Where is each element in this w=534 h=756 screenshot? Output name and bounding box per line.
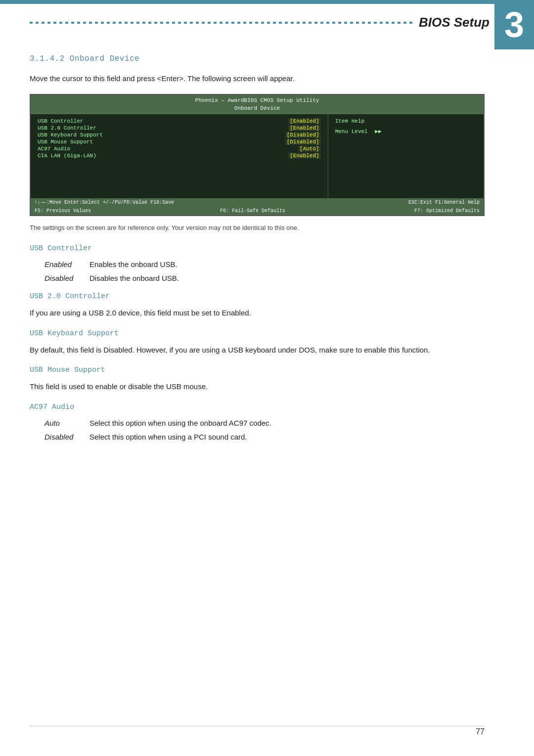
usb-mouse-para: This field is used to enable or disable … [30,380,485,393]
usb-keyboard-para: By default, this field is Disabled. Howe… [30,344,485,356]
bios-right-panel: Item Help Menu Level ▶▶ [328,114,484,198]
def-row-disabled-ac97: Disabled Select this option when using a… [44,431,485,443]
bios-f5: F5: Previous Values [35,208,91,214]
bios-left-panel: USB Controller [Enabled] USB 2.0 Control… [31,114,328,198]
usb20-para: If you are using a USB 2.0 device, this … [30,307,485,319]
bios-row-usb20: USB 2.0 Controller [Enabled] [38,125,321,131]
menu-level-label: Menu Level [335,129,368,134]
def-term-auto: Auto [44,417,82,429]
def-row-enabled: Enabled Enables the onboard USB. [44,259,485,270]
section-heading-3142: 3.1.4.2 Onboard Device [30,54,485,63]
bottom-divider [30,726,485,726]
def-desc-disabled-ac97: Select this option when using a PCI soun… [89,431,247,443]
def-desc-auto: Select this option when using the onboar… [89,417,271,429]
reference-note: The settings on the screen are for refer… [30,223,485,233]
header-row: BIOS Setup [30,15,490,30]
ac97-definitions: Auto Select this option when using the o… [44,417,485,443]
bios-bottom-bar: ↑↓→←:Move Enter:Select +/-/PU/PD:Value F… [31,198,484,207]
usb20-controller-heading: USB 2.0 Controller [30,292,485,301]
def-row-auto: Auto Select this option when using the o… [44,417,485,429]
bios-bottom-right: ESC:Exit F1:General Help [408,200,480,205]
section-usb-keyboard: USB Keyboard Support By default, this fi… [30,329,485,356]
chapter-tab: 3 [494,0,534,49]
main-content: 3.1.4.2 Onboard Device Move the cursor t… [30,54,485,451]
chapter-number: 3 [504,4,524,45]
intro-paragraph: Move the cursor to this field and press … [30,72,485,85]
bios-row-usb-mouse: USB Mouse Support [Disabled] [38,139,321,145]
def-term-enabled: Enabled [44,259,82,270]
top-accent-bar [0,0,534,4]
bios-row-ac97: AC97 Audio [Auto] [38,146,321,152]
ac97-heading: AC97 Audio [30,403,485,411]
bios-f7: F7: Optimized Defaults [414,208,480,214]
bios-setup-title: BIOS Setup [419,15,490,30]
def-row-disabled: Disabled Disables the onboard USB. [44,272,485,284]
page-number: 77 [476,727,485,736]
def-term-disabled: Disabled [44,272,82,284]
section-usb-mouse: USB Mouse Support This field is used to … [30,366,485,393]
bios-f6: F6: Fail-Safe Defaults [220,208,285,214]
section-usb-controller: USB Controller Enabled Enables the onboa… [30,244,485,284]
bios-bottom-bar2: F5: Previous Values F6: Fail-Safe Defaul… [31,207,484,215]
menu-level-row: Menu Level ▶▶ [335,128,477,134]
bios-title-bar: Phoenix – AwardBIOS CMOS Setup Utility O… [31,95,484,114]
usb-keyboard-heading: USB Keyboard Support [30,329,485,338]
dot-line-decoration [30,22,414,24]
def-desc-disabled: Disables the onboard USB. [89,272,179,284]
menu-level-arrows: ▶▶ [375,129,381,134]
bios-row-usb-keyboard: USB Keyboard Support [Disabled] [38,132,321,138]
bios-title-line1: Phoenix – AwardBIOS CMOS Setup Utility [31,96,484,105]
bios-row-usb-controller: USB Controller [Enabled] [38,118,321,124]
bios-body: USB Controller [Enabled] USB 2.0 Control… [31,114,484,198]
def-desc-enabled: Enables the onboard USB. [89,259,178,270]
bios-screenshot: Phoenix – AwardBIOS CMOS Setup Utility O… [30,94,485,216]
def-term-disabled-ac97: Disabled [44,431,82,443]
item-help-label: Item Help [335,118,477,124]
section-usb20-controller: USB 2.0 Controller If you are using a US… [30,292,485,319]
usb-mouse-heading: USB Mouse Support [30,366,485,374]
bios-row-cia-lan: CIA LAN (Giga-LAN) [Enabled] [38,153,321,159]
usb-controller-definitions: Enabled Enables the onboard USB. Disable… [44,259,485,284]
usb-controller-heading: USB Controller [30,244,485,253]
section-ac97: AC97 Audio Auto Select this option when … [30,403,485,443]
bios-title-line2: Onboard Device [31,104,484,113]
bios-bottom-left: ↑↓→←:Move Enter:Select +/-/PU/PD:Value F… [35,200,174,205]
